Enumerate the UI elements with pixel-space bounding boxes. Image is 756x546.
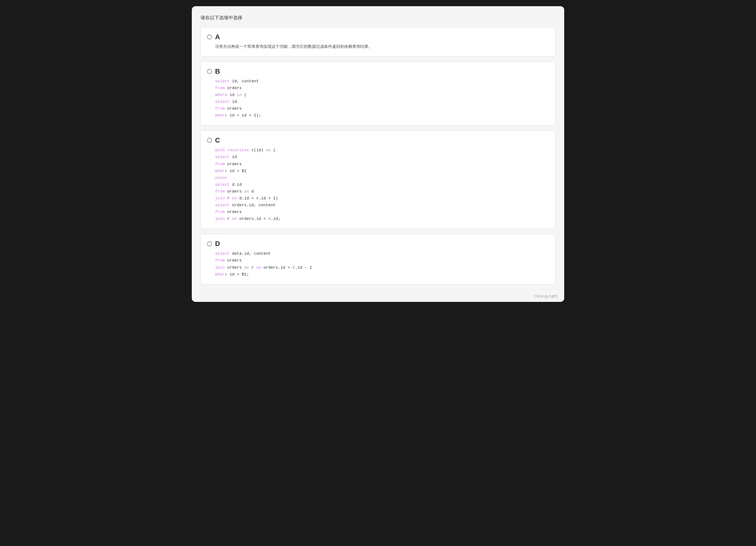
sql-text: r <box>249 265 256 270</box>
sql-text: d.id = r.id + 1) <box>237 196 278 201</box>
sql-keyword: where <box>215 92 227 97</box>
sql-keyword: union <box>215 175 227 180</box>
code-block-D: select data.id, contentfrom orders join … <box>215 250 549 278</box>
option-header-B: B <box>207 67 549 75</box>
code-line: join r on orders.id = r.id; <box>215 215 549 222</box>
sql-text: orders <box>225 258 242 263</box>
option-card-B[interactable]: Bselect id, contentfrom orderswhere id i… <box>200 61 556 126</box>
option-label-C: C <box>215 136 220 144</box>
sql-text: d.id <box>230 182 242 187</box>
option-text-A: 没有办法构造一个简单查询实现这个功能，因为它的数据过滤条件递归的依赖查询结果。 <box>215 43 549 50</box>
option-label-D: D <box>215 240 220 248</box>
sql-keyword: with <box>215 148 225 152</box>
code-line: where id in ( <box>215 92 549 98</box>
radio-A[interactable] <box>207 34 212 39</box>
sql-text <box>225 148 227 152</box>
sql-keyword: select <box>215 251 230 256</box>
sql-keyword: on <box>232 216 237 221</box>
sql-text: orders <box>225 86 242 90</box>
sql-text: d <box>249 189 254 194</box>
sql-keyword: where <box>215 169 227 173</box>
code-line: where id = $1; <box>215 271 549 278</box>
sql-text: id = id + 1); <box>227 113 261 118</box>
sql-keyword: recursive <box>227 148 249 152</box>
sql-keyword: join <box>215 265 225 270</box>
code-line: select d.id <box>215 181 549 188</box>
sql-keyword: from <box>215 162 225 166</box>
option-header-A: A <box>207 33 549 41</box>
option-header-D: D <box>207 240 549 248</box>
code-line: select id <box>215 154 549 160</box>
code-line: from orders <box>215 209 549 215</box>
sql-text: orders <box>225 106 242 111</box>
code-line: select orders.id, content <box>215 202 549 209</box>
sql-keyword: where <box>215 113 227 118</box>
sql-keyword: select <box>215 203 230 207</box>
code-line: from orders <box>215 257 549 264</box>
sql-text: id = $1; <box>227 272 249 277</box>
options-container: A没有办法构造一个简单查询实现这个功能，因为它的数据过滤条件递归的依赖查询结果。… <box>200 27 556 285</box>
code-line: from orders <box>215 105 549 112</box>
option-card-D[interactable]: Dselect data.id, contentfrom orders join… <box>200 234 556 284</box>
code-line: where id = $1 <box>215 168 549 174</box>
sql-text: orders <box>225 210 242 214</box>
radio-B[interactable] <box>207 69 212 74</box>
footer-text: CSDN @小虚竹 <box>534 294 558 299</box>
code-line: from orders as d <box>215 188 549 195</box>
sql-text: r <box>225 216 232 221</box>
sql-keyword: on <box>256 265 261 270</box>
sql-keyword: join <box>215 196 225 201</box>
sql-text: id <box>227 92 237 97</box>
sql-text: id, content <box>230 79 259 83</box>
main-container: 请在以下选项中选择 A没有办法构造一个简单查询实现这个功能，因为它的数据过滤条件… <box>192 6 564 302</box>
code-block-C: with recursive r(id) as ( select id from… <box>215 147 549 222</box>
sql-keyword: as <box>244 189 249 194</box>
sql-keyword: select <box>215 79 230 83</box>
sql-keyword: from <box>215 86 225 90</box>
page-title: 请在以下选项中选择 <box>200 15 556 21</box>
code-line: with recursive r(id) as ( <box>215 147 549 154</box>
radio-D[interactable] <box>207 241 212 246</box>
option-card-A[interactable]: A没有办法构造一个简单查询实现这个功能，因为它的数据过滤条件递归的依赖查询结果。 <box>200 27 556 56</box>
code-line: from orders <box>215 161 549 168</box>
sql-keyword: as <box>244 265 249 270</box>
sql-keyword: as <box>266 148 271 152</box>
option-header-C: C <box>207 136 549 144</box>
code-line: select id, content <box>215 78 549 85</box>
sql-keyword: where <box>215 272 227 277</box>
code-line: from orders <box>215 85 549 92</box>
sql-text: orders <box>225 189 244 194</box>
sql-keyword: from <box>215 258 225 263</box>
sql-keyword: select <box>215 155 230 159</box>
sql-text: id <box>230 99 237 104</box>
sql-keyword: select <box>215 99 230 104</box>
option-card-C[interactable]: Cwith recursive r(id) as ( select id fro… <box>200 130 556 229</box>
code-line: where id = id + 1); <box>215 112 549 119</box>
code-line: select id <box>215 98 549 105</box>
sql-text: id <box>230 155 237 159</box>
radio-C[interactable] <box>207 138 212 143</box>
sql-text: orders <box>225 162 242 166</box>
sql-keyword: select <box>215 182 230 187</box>
sql-text: r(id) <box>249 148 266 152</box>
code-line: join orders as r on orders.id = r.id - 1 <box>215 264 549 271</box>
sql-keyword: from <box>215 189 225 194</box>
code-block-B: select id, contentfrom orderswhere id in… <box>215 78 549 119</box>
code-line: join r on d.id = r.id + 1) <box>215 195 549 202</box>
sql-keyword: from <box>215 106 225 111</box>
option-label-B: B <box>215 67 220 75</box>
code-line: select data.id, content <box>215 250 549 257</box>
sql-keyword: from <box>215 210 225 214</box>
sql-text: ( <box>271 148 276 152</box>
sql-keyword: in <box>237 92 242 97</box>
sql-text: orders.id, content <box>230 203 276 207</box>
option-label-A: A <box>215 33 220 41</box>
sql-keyword: join <box>215 216 225 221</box>
sql-text: data.id, content <box>230 251 271 256</box>
code-line: union <box>215 174 549 181</box>
sql-text: orders.id = r.id - 1 <box>261 265 312 270</box>
sql-text: ( <box>242 92 247 97</box>
sql-text: orders.id = r.id; <box>237 216 280 221</box>
sql-text: id = $1 <box>227 169 246 173</box>
sql-text: orders <box>225 265 244 270</box>
